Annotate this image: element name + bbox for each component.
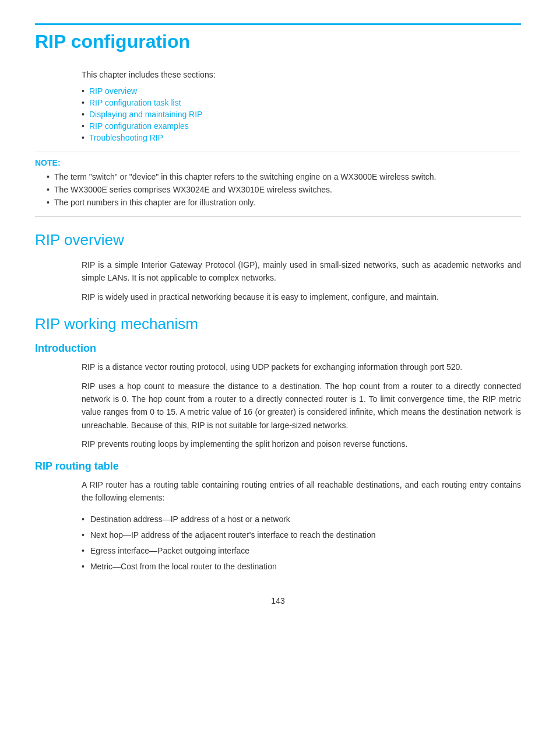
- toc-item: RIP configuration task list: [82, 98, 521, 107]
- page-number: 143: [35, 596, 521, 606]
- page-container: RIP configuration This chapter includes …: [0, 0, 556, 640]
- toc-list: RIP overview RIP configuration task list…: [82, 86, 521, 142]
- note-text-1: The term "switch" or "device" in this ch…: [54, 172, 437, 181]
- note-item-1: The term "switch" or "device" in this ch…: [47, 172, 521, 181]
- rip-overview-section: RIP overview RIP is a simple Interior Ga…: [35, 231, 521, 303]
- intro-para-1: RIP is a distance vector routing protoco…: [82, 360, 521, 373]
- routing-table-item-text-1: Destination address—IP address of a host…: [90, 513, 290, 526]
- note-label: NOTE:: [35, 158, 521, 167]
- top-border: [35, 23, 521, 25]
- routing-table-item-text-4: Metric—Cost from the local router to the…: [90, 561, 277, 573]
- routing-table-intro-text: A RIP router has a routing table contain…: [82, 478, 521, 505]
- toc-link-troubleshooting[interactable]: Troubleshooting RIP: [89, 133, 163, 142]
- rip-overview-para-1: RIP is a simple Interior Gateway Protoco…: [82, 258, 521, 285]
- toc-item: RIP overview: [82, 86, 521, 96]
- routing-table-list: Destination address—IP address of a host…: [82, 513, 521, 573]
- toc-link-displaying[interactable]: Displaying and maintaining RIP: [89, 110, 203, 119]
- rip-overview-para-2: RIP is widely used in practical networki…: [82, 290, 521, 303]
- introduction-label: Introduction: [35, 342, 521, 355]
- chapter-intro: This chapter includes these sections:: [82, 70, 521, 79]
- note-text-2: The WX3000E series comprises WX3024E and…: [54, 185, 332, 194]
- rip-overview-title: RIP overview: [35, 231, 521, 249]
- toc-item: Displaying and maintaining RIP: [82, 110, 521, 119]
- page-title: RIP configuration: [35, 31, 521, 52]
- note-list: The term "switch" or "device" in this ch…: [47, 172, 521, 207]
- routing-table-item-1: Destination address—IP address of a host…: [82, 513, 521, 526]
- toc-link-examples[interactable]: RIP configuration examples: [89, 121, 189, 131]
- routing-table-item-text-3: Egress interface—Packet outgoing interfa…: [90, 545, 249, 557]
- note-item-2: The WX3000E series comprises WX3024E and…: [47, 185, 521, 194]
- routing-table-item-text-2: Next hop—IP address of the adjacent rout…: [90, 529, 376, 541]
- toc-item: RIP configuration examples: [82, 121, 521, 131]
- intro-para-3: RIP prevents routing loops by implementi…: [82, 438, 521, 450]
- toc-link-rip-task-list[interactable]: RIP configuration task list: [89, 98, 181, 107]
- toc-link-rip-overview[interactable]: RIP overview: [89, 86, 137, 96]
- rip-working-title: RIP working mechanism: [35, 315, 521, 333]
- routing-table-item-3: Egress interface—Packet outgoing interfa…: [82, 545, 521, 557]
- note-text-3: The port numbers in this chapter are for…: [54, 198, 255, 207]
- routing-table-intro: A RIP router has a routing table contain…: [82, 478, 521, 505]
- rip-working-section: RIP working mechanism Introduction RIP i…: [35, 315, 521, 573]
- routing-table-item-2: Next hop—IP address of the adjacent rout…: [82, 529, 521, 541]
- toc-intro-text: This chapter includes these sections:: [82, 70, 521, 79]
- rip-overview-content: RIP is a simple Interior Gateway Protoco…: [82, 258, 521, 303]
- intro-para-2: RIP uses a hop count to measure the dist…: [82, 380, 521, 432]
- toc-item: Troubleshooting RIP: [82, 133, 521, 142]
- note-box: NOTE: The term "switch" or "device" in t…: [35, 152, 521, 217]
- introduction-content: RIP is a distance vector routing protoco…: [82, 360, 521, 450]
- routing-table-item-4: Metric—Cost from the local router to the…: [82, 561, 521, 573]
- note-item-3: The port numbers in this chapter are for…: [47, 198, 521, 207]
- routing-table-label: RIP routing table: [35, 460, 521, 473]
